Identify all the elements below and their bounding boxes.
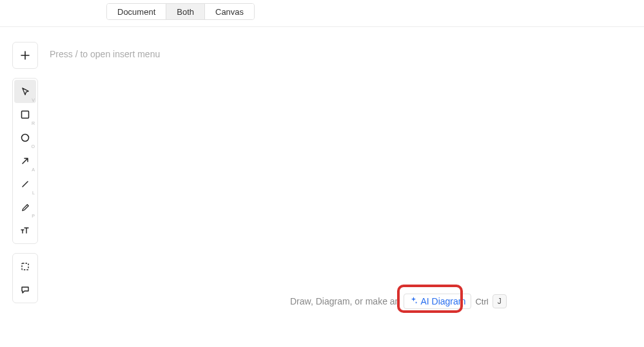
arrow-tool[interactable]: A xyxy=(14,149,36,173)
hint-text: Draw, Diagram, or make an xyxy=(290,296,400,306)
arrow-icon xyxy=(21,156,30,165)
selection-icon xyxy=(21,262,30,271)
hotkey-label: P xyxy=(32,214,35,218)
rectangle-tool[interactable]: R xyxy=(14,103,36,126)
hotkey-label: L xyxy=(32,191,35,195)
editor-placeholder[interactable]: Press / to open insert menu xyxy=(50,49,160,59)
circle-icon xyxy=(21,133,30,142)
plus-icon xyxy=(20,50,30,61)
svg-point-1 xyxy=(22,135,29,142)
hotkey-label: V xyxy=(32,98,35,102)
ai-diagram-button[interactable]: AI Diagram xyxy=(404,294,471,309)
tab-both[interactable]: Both xyxy=(166,4,204,19)
square-icon xyxy=(21,110,30,119)
toolbar-group-insert xyxy=(12,42,38,69)
hotkey-label: A xyxy=(32,167,35,172)
pen-icon xyxy=(21,203,30,212)
comment-icon xyxy=(21,285,30,294)
pointer-icon xyxy=(21,87,30,97)
toolbar-group-tools: V R O A L xyxy=(12,78,38,244)
tab-document[interactable]: Document xyxy=(107,4,166,19)
svg-rect-0 xyxy=(22,111,29,118)
hotkey-label: R xyxy=(32,121,35,126)
tab-canvas[interactable]: Canvas xyxy=(204,4,254,19)
text-icon xyxy=(20,226,30,235)
comment-tool[interactable] xyxy=(14,278,36,301)
hotkey-label: O xyxy=(32,144,35,149)
select-area-tool[interactable] xyxy=(14,255,36,278)
pen-tool[interactable]: P xyxy=(14,196,36,219)
line-tool[interactable]: L xyxy=(14,173,36,196)
canvas-hint-bar: Draw, Diagram, or make an AI Diagram Ctr… xyxy=(290,294,507,309)
shortcut-key-j: J xyxy=(493,294,507,308)
line-icon xyxy=(21,180,30,189)
header-divider xyxy=(0,26,644,27)
add-button[interactable] xyxy=(14,44,36,67)
pointer-tool[interactable]: V xyxy=(14,80,36,103)
sparkle-icon xyxy=(409,296,418,306)
text-tool[interactable] xyxy=(14,219,36,242)
shortcut-ctrl-label: Ctrl xyxy=(475,297,488,306)
left-toolbar: V R O A L xyxy=(12,42,38,312)
svg-rect-2 xyxy=(22,263,28,270)
toolbar-group-misc xyxy=(12,253,38,303)
ai-diagram-label: AI Diagram xyxy=(420,296,465,306)
circle-tool[interactable]: O xyxy=(14,126,36,149)
view-mode-tabs: Document Both Canvas xyxy=(106,3,255,20)
